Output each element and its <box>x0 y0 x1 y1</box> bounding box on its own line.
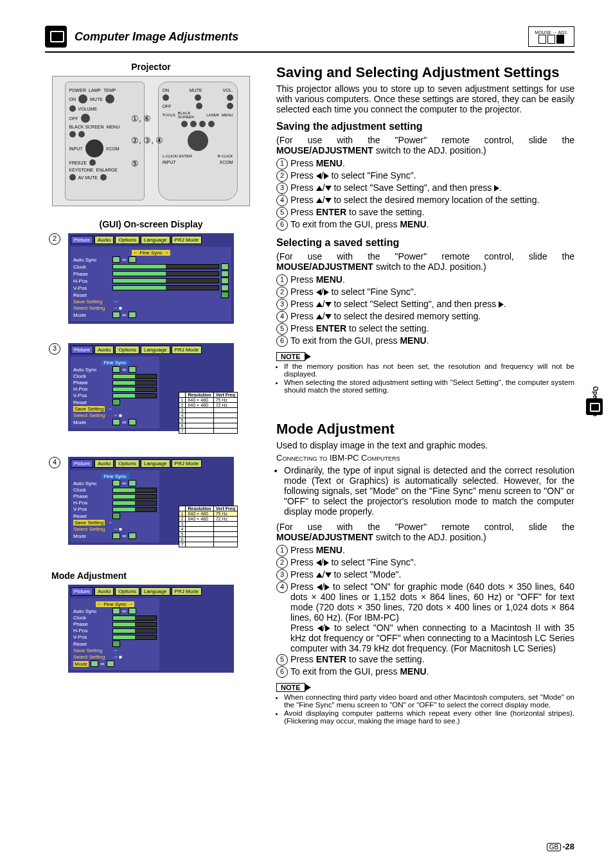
osd-screenshot-4: 4 Picture Audio Options Language PRJ Mod… <box>68 457 234 545</box>
side-tab-icon <box>586 398 603 415</box>
page-title: Computer Image Adjustments <box>75 30 528 44</box>
subtitle-selecting: Selecting a saved setting <box>276 237 574 249</box>
note-header-2: NOTE <box>276 682 574 692</box>
mode-intro: Used to display image in the text and gr… <box>276 440 574 450</box>
osd-screenshot-3: 3 Picture Audio Options Language PRJ Mod… <box>68 343 234 431</box>
connecting-label: Connecting to IBM-PC Computers <box>276 453 574 463</box>
mouse-adj-switch-diagram: MOUSE → ADJ. <box>528 26 574 47</box>
osd-screenshot-2: 2 Picture Audio Options Language PRJ Mod… <box>68 233 234 324</box>
projector-diagram: POWERLAMPTEMP ONMUTE VOLUME OFF BLACK SC… <box>52 76 250 206</box>
resolution-table: ResolutionVert Freq 1640 × 48075 Hz 2640… <box>179 392 238 434</box>
intro-text: This projector allows you to store up to… <box>276 84 574 114</box>
page-header: Computer Image Adjustments MOUSE → ADJ. <box>45 26 574 53</box>
callout-arrows: ②, ③, ④ <box>131 136 163 145</box>
notes-2: When connecting third party video board … <box>276 693 574 725</box>
section-title-saving: Saving and Selecting Adjustment Settings <box>276 64 574 81</box>
callout-menu: ①, ⑥ <box>131 114 151 123</box>
remote-control-diagram: ONMUTEVOL. OFF TOOLSBLACK SCREENLASERMEN… <box>158 82 238 200</box>
callout-enter: ⑤ <box>131 159 139 168</box>
mode-adj-label: Mode Adjustment <box>51 571 257 581</box>
subtitle-saving: Saving the adjustment setting <box>276 121 574 132</box>
notes-1: If the memory position has not been set,… <box>276 362 574 394</box>
resolution-table-2: ResolutionVert Freq 1640 × 48075 Hz 2640… <box>179 506 238 547</box>
projector-icon <box>45 26 67 48</box>
section-title-mode: Mode Adjustment <box>276 421 574 438</box>
slide-note-2: (For use with the "Power" remote control… <box>276 251 574 272</box>
note-header-1: NOTE <box>276 351 574 361</box>
mode-bullet: Ordinarily, the type of input signal is … <box>276 465 574 517</box>
projector-label: Projector <box>45 62 257 72</box>
page-number: GB-28 <box>547 842 574 851</box>
slide-note: (For use with the "Power" remote control… <box>276 135 574 155</box>
save-steps: 1Press MENU. 2Press / to select "Fine Sy… <box>276 158 574 231</box>
mode-steps: 1Press MENU. 2Press / to select "Fine Sy… <box>276 545 574 678</box>
osd-screenshot-mode: Picture Audio Options Language PRJ Mode … <box>68 585 234 673</box>
slide-note-3: (For use with the "Power" remote control… <box>276 522 574 542</box>
select-steps: 1Press MENU. 2Press / to select "Fine Sy… <box>276 274 574 347</box>
gui-label: (GUI) On-screen Display <box>45 219 257 229</box>
